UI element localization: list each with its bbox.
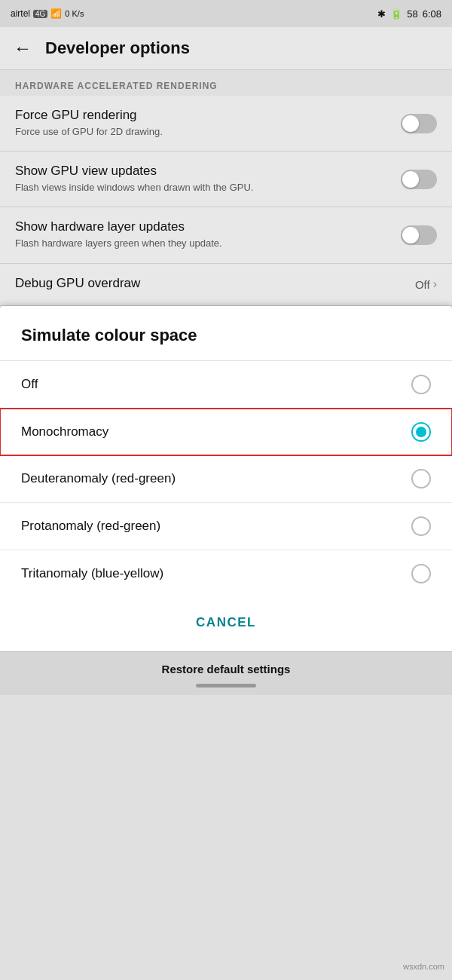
cancel-button[interactable]: CANCEL <box>173 608 279 638</box>
radio-option-protanomaly[interactable]: Protanomaly (red-green) <box>0 503 452 550</box>
status-left: airtel 4G 📶 0 K/s <box>11 8 84 19</box>
radio-tritanomaly-button[interactable] <box>411 564 431 583</box>
back-button[interactable]: ← <box>14 38 32 59</box>
bottom-bar: Restore default settings <box>0 651 452 695</box>
radio-option-off[interactable]: Off <box>0 361 452 409</box>
radio-monochromacy-button[interactable] <box>411 422 431 442</box>
radio-deuteranomaly-button[interactable] <box>411 469 431 488</box>
battery-level: 58 <box>407 8 417 20</box>
status-bar: airtel 4G 📶 0 K/s ✱ 🔋 58 6:08 <box>0 0 452 27</box>
watermark: wsxdn.com <box>403 962 444 971</box>
radio-protanomaly-button[interactable] <box>411 516 431 536</box>
setting-debug-gpu[interactable]: Debug GPU overdraw Off › <box>0 264 452 306</box>
radio-monochromacy-label: Monochromacy <box>21 424 108 439</box>
setting-gpu-view-title: Show GPU view updates <box>15 164 389 179</box>
setting-hardware-layer-text: Show hardware layer updates Flash hardwa… <box>15 219 401 250</box>
setting-debug-gpu-title: Debug GPU overdraw <box>15 276 403 291</box>
network-label: 4G <box>33 10 47 18</box>
setting-gpu-view-text: Show GPU view updates Flash views inside… <box>15 164 401 194</box>
settings-list: Force GPU rendering Force use of GPU for… <box>0 96 452 306</box>
setting-force-gpu-title: Force GPU rendering <box>15 108 389 123</box>
signal-icon: 📶 <box>50 8 62 19</box>
carrier-label: airtel <box>11 8 30 19</box>
section-header-hardware: HARDWARE ACCELERATED RENDERING <box>0 70 452 96</box>
home-indicator <box>196 684 256 688</box>
status-right: ✱ 🔋 58 6:08 <box>377 8 441 20</box>
chevron-right-icon: › <box>433 277 437 291</box>
gpu-view-toggle[interactable] <box>401 170 437 189</box>
force-gpu-toggle[interactable] <box>401 114 437 133</box>
setting-hardware-layer: Show hardware layer updates Flash hardwa… <box>0 207 452 263</box>
time-label: 6:08 <box>423 8 441 20</box>
radio-option-monochromacy[interactable]: Monochromacy <box>0 408 452 456</box>
dialog-title: Simulate colour space <box>0 306 452 361</box>
setting-force-gpu-text: Force GPU rendering Force use of GPU for… <box>15 108 401 139</box>
radio-off-button[interactable] <box>411 375 431 394</box>
setting-force-gpu-desc: Force use of GPU for 2D drawing. <box>15 125 389 139</box>
radio-tritanomaly-label: Tritanomaly (blue-yellow) <box>21 566 163 581</box>
bluetooth-icon: ✱ <box>377 8 386 20</box>
hardware-layer-toggle[interactable] <box>401 225 437 245</box>
restore-defaults-button[interactable]: Restore default settings <box>162 663 291 675</box>
radio-off-label: Off <box>21 377 38 392</box>
radio-deuteranomaly-label: Deuteranomaly (red-green) <box>21 471 176 486</box>
dialog-simulate-colour: Simulate colour space Off Monochromacy D… <box>0 306 452 651</box>
top-bar: ← Developer options <box>0 27 452 70</box>
setting-gpu-view-desc: Flash views inside windows when drawn wi… <box>15 181 389 194</box>
battery-icon: 🔋 <box>390 8 402 20</box>
dialog-actions: CANCEL <box>0 597 452 651</box>
radio-option-tritanomaly[interactable]: Tritanomaly (blue-yellow) <box>0 550 452 597</box>
setting-hardware-layer-title: Show hardware layer updates <box>15 219 389 234</box>
radio-protanomaly-label: Protanomaly (red-green) <box>21 519 160 534</box>
setting-debug-gpu-value: Off › <box>415 277 437 291</box>
radio-option-deuteranomaly[interactable]: Deuteranomaly (red-green) <box>0 455 452 503</box>
setting-gpu-view: Show GPU view updates Flash views inside… <box>0 152 452 207</box>
page-title: Developer options <box>45 38 190 58</box>
data-speed: 0 K/s <box>65 9 84 18</box>
setting-force-gpu: Force GPU rendering Force use of GPU for… <box>0 96 452 152</box>
setting-hardware-layer-desc: Flash hardware layers green when they up… <box>15 237 389 250</box>
radio-options-list: Off Monochromacy Deuteranomaly (red-gree… <box>0 361 452 597</box>
setting-debug-gpu-text: Debug GPU overdraw <box>15 276 415 293</box>
